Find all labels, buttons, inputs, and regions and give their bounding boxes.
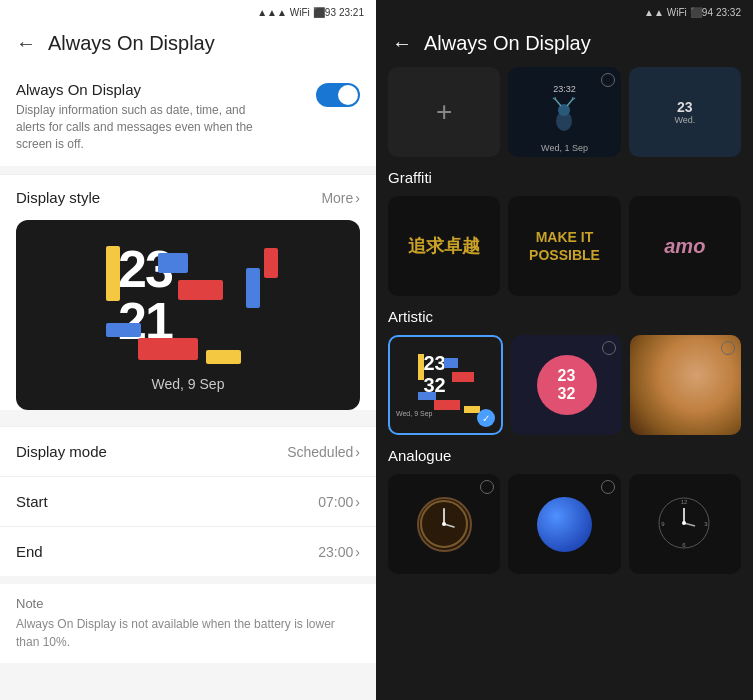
mini-date: Wed, 9 Sep xyxy=(396,410,432,417)
wifi-icon-left: WiFi xyxy=(290,7,310,18)
bubble-time: 23 Wed. xyxy=(674,99,695,125)
graffiti-pink-text: amo xyxy=(664,235,705,258)
battery-icon-right: ⬛94 xyxy=(690,7,713,18)
svg-point-11 xyxy=(442,522,446,526)
svg-point-1 xyxy=(558,104,570,116)
header-left: ← Always On Display xyxy=(0,24,376,67)
pink-select-circle xyxy=(602,341,616,355)
back-button-right[interactable]: ← xyxy=(392,32,412,55)
artistic-row: 2332 Wed, 9 Sep ✓ 2332 xyxy=(388,335,741,435)
mini-time: 2332 xyxy=(424,352,446,396)
signal-icon-right: ▲▲ xyxy=(644,7,664,18)
mini-blue-bot xyxy=(418,392,436,400)
artistic-pink-item[interactable]: 2332 xyxy=(511,335,622,435)
svg-text:6: 6 xyxy=(683,542,687,548)
analogue-numbered-item[interactable]: 12 3 6 9 xyxy=(629,474,741,574)
more-label: More xyxy=(321,190,353,206)
bubble-thumb[interactable]: 23 Wed. xyxy=(629,67,741,157)
block-yellow-tall xyxy=(106,246,120,301)
display-mode-chevron: › xyxy=(355,444,360,460)
preview-date: Wed, 9 Sep xyxy=(152,376,225,392)
preview-art: 23 21 xyxy=(78,238,298,368)
end-value: 23:00 › xyxy=(318,544,360,560)
start-chevron: › xyxy=(355,494,360,510)
end-val: 23:00 xyxy=(318,544,353,560)
deer-thumb[interactable]: 23:32 Wed, 1 Sep xyxy=(508,67,620,157)
aod-toggle[interactable] xyxy=(316,83,360,107)
mini-yellow xyxy=(418,354,424,380)
add-new-thumb[interactable]: + xyxy=(388,67,500,157)
left-panel: ▲▲▲ WiFi ⬛93 23:21 ← Always On Display A… xyxy=(0,0,376,700)
block-blue-bottom xyxy=(106,323,141,337)
end-chevron: › xyxy=(355,544,360,560)
battery-icon-left: ⬛93 xyxy=(313,7,336,18)
artistic-section-title: Artistic xyxy=(388,308,741,325)
artistic-gold-item[interactable] xyxy=(630,335,741,435)
toggle-heading: Always On Display xyxy=(16,81,266,98)
block-red-mid xyxy=(178,280,223,300)
end-item[interactable]: End 23:00 › xyxy=(0,526,376,576)
numbered-preview: 12 3 6 9 xyxy=(657,496,712,553)
wifi-icon-right: WiFi xyxy=(667,7,687,18)
display-mode-value: Scheduled › xyxy=(287,444,360,460)
analogue-row: 12 3 6 9 xyxy=(388,474,741,574)
toggle-text: Always On Display Display information su… xyxy=(16,81,266,152)
start-item[interactable]: Start 07:00 › xyxy=(0,476,376,526)
analogue-section-title: Analogue xyxy=(388,447,741,464)
back-button-left[interactable]: ← xyxy=(16,32,36,55)
clock-svg xyxy=(419,499,469,549)
deer-label: Wed, 1 Sep xyxy=(508,143,620,153)
always-on-display-section: Always On Display Display information su… xyxy=(0,67,376,166)
gallery-content: + 23:32 xyxy=(376,67,753,700)
analogue-clock-item[interactable] xyxy=(388,474,500,574)
toggle-row: Always On Display Display information su… xyxy=(0,67,376,166)
graffiti-section-title: Graffiti xyxy=(388,169,741,186)
deer-svg xyxy=(544,96,584,136)
more-link[interactable]: More › xyxy=(321,190,360,206)
graffiti-pink-item[interactable]: amo xyxy=(629,196,741,296)
deer-time: 23:32 xyxy=(544,84,584,94)
deer-preview: 23:32 xyxy=(544,84,584,140)
block-yellow-bottom xyxy=(206,350,241,364)
display-style-label: Display style xyxy=(16,189,100,206)
status-icons-right: ▲▲ WiFi ⬛94 23:32 xyxy=(644,7,741,18)
header-right: ← Always On Display xyxy=(376,24,753,67)
deer-select-circle xyxy=(601,73,615,87)
end-label: End xyxy=(16,543,43,560)
svg-text:9: 9 xyxy=(662,521,666,527)
display-mode-val: Scheduled xyxy=(287,444,353,460)
analogue-blue-item[interactable] xyxy=(508,474,620,574)
status-icons-left: ▲▲▲ WiFi ⬛93 23:21 xyxy=(257,7,364,18)
graffiti-chinese-item[interactable]: 追求卓越 xyxy=(388,196,500,296)
gold-select-circle xyxy=(721,341,735,355)
selected-checkmark: ✓ xyxy=(477,409,495,427)
note-text: Always On Display is not available when … xyxy=(16,615,360,651)
blue-select-circle xyxy=(601,480,615,494)
graffiti-row: 追求卓越 MAKE IT POSSIBLE amo xyxy=(388,196,741,296)
more-chevron: › xyxy=(355,190,360,206)
display-style-row[interactable]: Display style More › xyxy=(0,174,376,220)
clock-face xyxy=(417,497,472,552)
graffiti-english-item[interactable]: MAKE IT POSSIBLE xyxy=(508,196,620,296)
mini-yellow-bot xyxy=(464,406,480,413)
svg-line-5 xyxy=(567,100,572,106)
bubble-date: Wed. xyxy=(674,115,695,125)
block-blue-top xyxy=(158,253,188,273)
toggle-description: Display information such as date, time, … xyxy=(16,102,266,152)
graffiti-chinese-text: 追求卓越 xyxy=(408,234,480,258)
display-style-section: Display style More › 23 21 xyxy=(0,174,376,410)
settings-content: Always On Display Display information su… xyxy=(0,67,376,700)
artistic-blocks-item[interactable]: 2332 Wed, 9 Sep ✓ xyxy=(388,335,503,435)
signal-icon-left: ▲▲▲ xyxy=(257,7,287,18)
mini-blue xyxy=(444,358,458,368)
time-right: 23:32 xyxy=(716,7,741,18)
status-bar-right: ▲▲ WiFi ⬛94 23:32 xyxy=(376,0,753,24)
svg-line-2 xyxy=(556,100,561,106)
mini-red-bot xyxy=(434,400,460,410)
block-red-bottom xyxy=(138,338,198,360)
display-mode-item[interactable]: Display mode Scheduled › xyxy=(0,426,376,476)
mini-red-top xyxy=(452,372,474,382)
numbered-svg: 12 3 6 9 xyxy=(657,496,712,551)
svg-point-19 xyxy=(682,521,686,525)
start-label: Start xyxy=(16,493,48,510)
